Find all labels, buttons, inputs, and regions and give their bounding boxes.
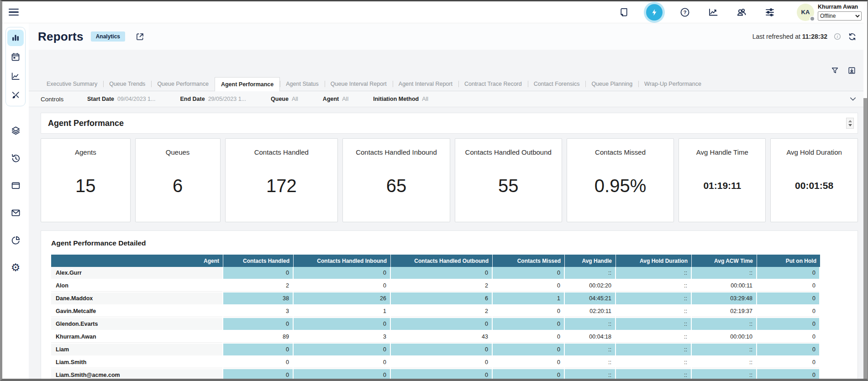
controls-label: Controls — [41, 96, 87, 103]
agent-name-cell: Alon — [51, 280, 223, 292]
cell-contacts-handled-outbound: 0 — [391, 356, 493, 369]
brush-icon[interactable] — [7, 87, 24, 104]
kpi-card: Queues 6 — [135, 138, 221, 222]
avatar[interactable]: KA — [797, 4, 814, 21]
table-row[interactable]: Gavin.Metcalfe 3 1 2 0 02:20:11 :: 02:19… — [51, 305, 820, 318]
filter-icon[interactable] — [831, 66, 839, 76]
cell-contacts-handled-outbound: 0 — [391, 267, 493, 280]
report-tab[interactable]: Agent Interval Report — [393, 77, 458, 91]
spinner-up-icon[interactable] — [848, 120, 852, 122]
column-header[interactable]: Contacts Handled Inbound — [294, 255, 391, 267]
report-tab[interactable]: Contact Forensics — [528, 77, 586, 91]
cell-avg-handle: :: — [565, 369, 616, 379]
status-select[interactable]: Offline — [818, 11, 862, 21]
agent-performance-table: AgentContacts HandledContacts Handled In… — [51, 255, 820, 379]
table-row[interactable]: Dane.Maddox 38 26 6 1 04:45:21 :: 03:29:… — [51, 292, 820, 305]
report-tab[interactable]: Agent Status — [280, 77, 325, 91]
table-row[interactable]: Liam.Smith 0 0 0 0 :: :: :: 0 — [51, 356, 820, 369]
column-header[interactable]: Avg Hold Duration — [616, 255, 692, 267]
report-tabs: Executive Summary Queue Trends Queue Per… — [29, 77, 867, 91]
kpi-value: 55 — [498, 176, 519, 196]
report-tab[interactable]: Agent Performance — [215, 77, 280, 91]
kpi-value: 65 — [386, 176, 407, 196]
filter-control[interactable]: Queue All — [271, 96, 298, 102]
window-icon[interactable] — [11, 180, 21, 191]
report-tab[interactable]: Queue Planning — [585, 77, 638, 91]
cell-contacts-handled-inbound: 0 — [294, 369, 391, 379]
cell-contacts-missed: 0 — [493, 344, 565, 356]
table-row[interactable]: Liam 0 0 0 0 :: :: :: 0 — [51, 344, 820, 356]
cell-contacts-missed: 0 — [493, 318, 565, 331]
history-icon[interactable] — [11, 153, 21, 163]
report-tab[interactable]: Queue Performance — [151, 77, 215, 91]
cell-avg-hold-duration: :: — [616, 356, 692, 369]
sidebar: ⚙ — [2, 23, 29, 379]
user-block: KA Khurram Awan Offline — [797, 4, 862, 21]
kpi-label: Contacts Handled Inbound — [356, 148, 437, 156]
agents-icon[interactable] — [736, 6, 747, 18]
report-tab[interactable]: Contract Trace Record — [458, 77, 528, 91]
external-link-icon[interactable] — [135, 32, 145, 42]
scrollbar-thumb[interactable] — [863, 98, 867, 379]
column-header[interactable]: Put on Hold — [757, 255, 820, 267]
lightning-icon[interactable] — [646, 4, 663, 21]
help-icon[interactable]: ? — [679, 6, 691, 18]
filter-control[interactable]: Initiation Method All — [373, 96, 428, 102]
bar-chart-icon[interactable] — [7, 30, 24, 46]
info-icon[interactable]: i — [833, 32, 842, 41]
cell-avg-hold-duration: :: — [616, 280, 692, 292]
column-header[interactable]: Contacts Handled Outbound — [391, 255, 493, 267]
mail-icon[interactable] — [11, 208, 21, 218]
kpi-card: Agents 15 — [41, 138, 131, 222]
cell-contacts-handled: 3 — [223, 305, 294, 318]
cell-contacts-handled-inbound: 3 — [294, 331, 391, 344]
trend-chart-icon[interactable] — [707, 6, 719, 18]
kpi-cards: Agents 15 Queues 6 Contacts Handled 172 — [41, 138, 858, 222]
chevron-down-icon[interactable] — [849, 95, 857, 103]
table-row[interactable]: Alon 2 0 2 0 00:02:20 :: 00:00:11 0 — [51, 280, 820, 292]
last-refreshed-text: Last refreshed at 11:28:32 — [752, 33, 827, 40]
cell-avg-handle: :: — [565, 356, 616, 369]
cell-avg-acw-time: :: — [692, 369, 757, 379]
column-header[interactable]: Contacts Missed — [493, 255, 565, 267]
table-header-row: AgentContacts HandledContacts Handled In… — [51, 255, 820, 267]
main-content: Reports Analytics Last refreshed at 11:2… — [29, 23, 867, 379]
filter-control[interactable]: Agent All — [323, 96, 348, 102]
agent-name-cell: Liam.Smith — [51, 356, 223, 369]
report-tab[interactable]: Wrap-Up Performance — [638, 77, 707, 91]
cell-contacts-handled: 38 — [223, 292, 294, 305]
column-header[interactable]: Agent — [51, 255, 223, 267]
cell-contacts-handled: 89 — [223, 331, 294, 344]
pie-chart-icon[interactable] — [11, 235, 21, 245]
table-row[interactable]: Khurram.Awan 89 3 43 0 00:04:18 :: 00:00… — [51, 331, 820, 344]
cell-contacts-handled-inbound: 0 — [294, 267, 391, 280]
filter-control[interactable]: End Date 29/05/2023 1... — [180, 96, 246, 102]
column-header[interactable]: Contacts Handled — [223, 255, 294, 267]
layers-icon[interactable] — [11, 125, 21, 136]
table-row[interactable]: Liam.Smith@acme.com 0 0 0 0 :: :: :: 0 — [51, 369, 820, 379]
refresh-icon[interactable] — [847, 32, 857, 42]
kpi-label: Avg Hold Duration — [786, 148, 842, 156]
filter-control[interactable]: Start Date 09/04/2023 1... — [87, 96, 155, 102]
kpi-card: Avg Handle Time 01:19:11 — [679, 138, 766, 222]
note-icon[interactable] — [618, 6, 630, 18]
cell-avg-handle: 00:02:20 — [565, 280, 616, 292]
vertical-scrollbar[interactable] — [863, 1, 867, 379]
scroll-spinner[interactable] — [846, 118, 854, 129]
spinner-down-icon[interactable] — [848, 124, 852, 126]
report-tab[interactable]: Queue Trends — [103, 77, 151, 91]
cell-put-on-hold: 0 — [757, 305, 820, 318]
hamburger-menu-icon[interactable] — [9, 7, 20, 18]
report-tab[interactable]: Queue Interval Report — [325, 77, 393, 91]
sliders-icon[interactable] — [764, 6, 776, 18]
report-tab[interactable]: Executive Summary — [41, 77, 103, 91]
calendar-icon[interactable] — [7, 49, 24, 65]
line-chart-icon[interactable] — [7, 68, 24, 84]
table-row[interactable]: Alex.Gurr 0 0 0 0 :: :: :: 0 — [51, 267, 820, 280]
table-row[interactable]: Glendon.Evarts 0 0 0 0 :: :: :: 0 — [51, 318, 820, 331]
column-header[interactable]: Avg Handle — [565, 255, 616, 267]
download-icon[interactable] — [847, 66, 856, 76]
gear-icon[interactable]: ⚙ — [11, 262, 21, 273]
kpi-card: Contacts Handled Outbound 55 — [455, 138, 562, 222]
column-header[interactable]: Avg ACW Time — [692, 255, 757, 267]
